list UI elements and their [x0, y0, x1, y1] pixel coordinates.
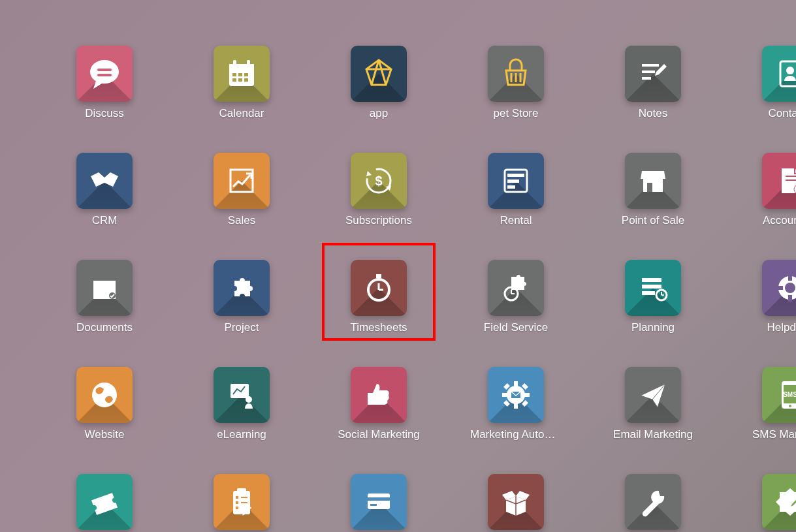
app-launcher-timesheets[interactable]: Timesheets [336, 260, 421, 334]
diamond-icon [351, 46, 407, 102]
stopwatch-icon [351, 260, 407, 316]
app-label: Timesheets [350, 321, 407, 334]
handshake-icon [76, 153, 133, 209]
app-label: app [370, 107, 388, 120]
schedule-icon [488, 153, 544, 209]
app-label: Social Marketing [338, 428, 420, 441]
app-launcher-rental[interactable]: Rental [473, 153, 558, 227]
file-gear-icon [762, 153, 796, 209]
app-launcher-marketing-automat[interactable]: Marketing Automat... [473, 367, 558, 441]
shop-icon [625, 153, 681, 209]
basket-icon [488, 46, 544, 102]
app-launcher-field-service[interactable]: Field Service [473, 260, 558, 334]
list-clock-icon [625, 260, 681, 316]
wrench-icon [625, 474, 681, 530]
app-launcher-events[interactable]: Events [62, 474, 147, 532]
app-launcher-website[interactable]: Website [62, 367, 147, 441]
app-label: pet Store [494, 107, 539, 120]
app-label: Marketing Automat... [470, 428, 562, 441]
thumbs-up-icon [351, 367, 407, 423]
app-launcher-pet-store[interactable]: pet Store [473, 46, 558, 120]
app-label: Field Service [484, 321, 548, 334]
app-launcher-discuss[interactable]: Discuss [62, 46, 147, 120]
app-launcher-project[interactable]: Project [199, 260, 284, 334]
app-launcher-planning[interactable]: Planning [611, 260, 695, 334]
app-launcher-subscriptions[interactable]: Subscriptions [336, 153, 421, 227]
app-label: Website [84, 428, 124, 441]
app-launcher-notes[interactable]: Notes [611, 46, 695, 120]
app-launcher-app[interactable]: app [336, 46, 421, 120]
app-launcher-elearning[interactable]: eLearning [199, 367, 284, 441]
app-label: eLearning [217, 428, 266, 441]
ticket-icon [76, 474, 133, 530]
app-label: Discuss [85, 107, 124, 120]
chart-up-icon [214, 153, 270, 209]
puzzle-icon [214, 260, 270, 316]
sms-icon [762, 367, 796, 423]
app-launcher-sms-marketing[interactable]: SMS Marketing [748, 367, 796, 441]
box-open-icon [488, 474, 544, 530]
clipboard-icon [214, 474, 270, 530]
note-edit-icon [625, 46, 681, 102]
contact-icon [762, 46, 796, 102]
inbox-icon [76, 260, 133, 316]
globe-icon [76, 367, 133, 423]
app-label: CRM [92, 214, 118, 227]
app-launcher-social-marketing[interactable]: Social Marketing [336, 367, 421, 441]
app-launcher-sales[interactable]: Sales [199, 153, 284, 227]
app-launcher-inventory[interactable]: Inventory [473, 474, 558, 532]
app-label: Calendar [219, 107, 264, 120]
app-label: Documents [76, 321, 133, 334]
paper-plane-icon [625, 367, 681, 423]
app-label: Planning [631, 321, 675, 334]
app-label: Notes [639, 107, 667, 120]
app-launcher-email-marketing[interactable]: Email Marketing [611, 367, 695, 441]
dollar-cycle-icon [351, 153, 407, 209]
app-launcher-documents[interactable]: Documents [62, 260, 147, 334]
lifebuoy-icon [762, 260, 796, 316]
credit-card-icon [351, 474, 407, 530]
app-label: Email Marketing [613, 428, 693, 441]
app-launcher-helpdesk[interactable]: Helpdesk [748, 260, 796, 334]
app-label: Subscriptions [345, 214, 412, 227]
app-label: Accounting [763, 214, 796, 227]
puzzle-clock-icon [488, 260, 544, 316]
app-label: SMS Marketing [752, 428, 796, 441]
app-launcher-surveys[interactable]: Surveys [199, 474, 284, 532]
app-launcher-contacts[interactable]: Contacts [748, 46, 796, 120]
app-launcher-quality[interactable]: Quality [748, 474, 796, 532]
app-label: Point of Sale [622, 214, 684, 227]
app-launcher-crm[interactable]: CRM [62, 153, 147, 227]
app-label: Contacts [768, 107, 796, 120]
app-launcher-manufacturing[interactable]: Manufacturing [611, 474, 695, 532]
badge-check-icon [762, 474, 796, 530]
app-launcher-point-of-sale[interactable]: Point of Sale [611, 153, 695, 227]
app-label: Sales [228, 214, 256, 227]
calendar-icon [214, 46, 270, 102]
app-grid: DiscussCalendarapppet StoreNotesContacts… [0, 0, 796, 532]
app-launcher-calendar[interactable]: Calendar [199, 46, 284, 120]
chat-icon [76, 46, 133, 102]
app-launcher-purchase[interactable]: Purchase [336, 474, 421, 532]
app-label: Project [225, 321, 259, 334]
app-label: Rental [500, 214, 532, 227]
gear-mail-icon [488, 367, 544, 423]
app-label: Helpdesk [767, 321, 796, 334]
board-person-icon [214, 367, 270, 423]
app-launcher-accounting[interactable]: Accounting [748, 153, 796, 227]
